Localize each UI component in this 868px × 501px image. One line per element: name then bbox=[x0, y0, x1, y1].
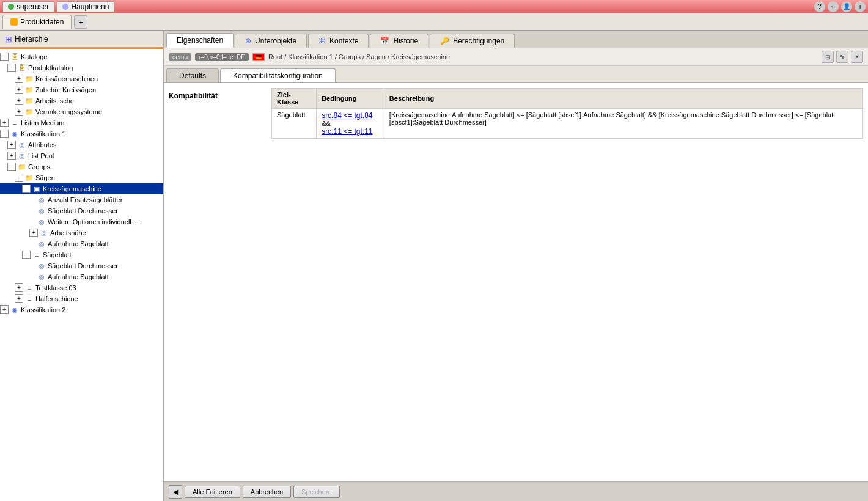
tree-item-attributes[interactable]: +◎Attributes bbox=[0, 139, 163, 150]
tree-item-listpool[interactable]: +◎List Pool bbox=[0, 150, 163, 161]
menu-label: Hauptmenü bbox=[71, 2, 109, 11]
cell-bedingung: src.84 <= tgt.84 &&src.11 <= tgt.11 bbox=[317, 109, 384, 139]
unterobjekte-icon: ⊕ bbox=[245, 37, 251, 45]
tree-item-testklasse03[interactable]: +≡Testklasse 03 bbox=[0, 282, 163, 293]
tree-toggle-klassifikation1[interactable]: - bbox=[0, 130, 9, 138]
speichern-button[interactable]: Speichern bbox=[293, 486, 340, 498]
tree-item-verankerung[interactable]: +📁Verankerungssysteme bbox=[0, 106, 163, 117]
sidebar-tree[interactable]: -🗄Kataloge-🗄Produktkatalog+📁Kreissägemas… bbox=[0, 49, 163, 501]
tree-item-weitere[interactable]: ◎Weitere Optionen individuell ... bbox=[0, 216, 163, 227]
tree-icon-sagen: 📁 bbox=[24, 173, 34, 183]
nav-tab-eigenschaften[interactable]: Eigenschaften bbox=[166, 33, 234, 48]
tree-item-arbeitstische[interactable]: +📁Arbeitstische bbox=[0, 95, 163, 106]
bottom-bar: ◀ Alle Editieren Abbrechen Speichern bbox=[164, 481, 868, 501]
tree-label-testklasse03: Testklasse 03 bbox=[35, 284, 76, 291]
tree-icon-listenmedium: ≡ bbox=[10, 118, 20, 128]
tree-toggle-sagen[interactable]: - bbox=[15, 174, 23, 182]
breadcrumb-path: Root / Klassifikation 1 / Groups / Sägen… bbox=[268, 53, 450, 60]
tree-icon-kreissagemaschine: ▣ bbox=[32, 184, 42, 194]
tree-icon-kataloge: 🗄 bbox=[10, 52, 20, 62]
sub-tab-defaults-label: Defaults bbox=[179, 71, 206, 80]
tree-label-listenmedium: Listen Medium bbox=[21, 119, 65, 126]
tree-item-kreissagemaschinen[interactable]: +📁Kreissägemaschinen bbox=[0, 73, 163, 84]
tree-item-listenmedium[interactable]: +≡Listen Medium bbox=[0, 117, 163, 128]
tree-toggle-verankerung[interactable]: + bbox=[15, 108, 23, 116]
tree-toggle-kataloge[interactable]: - bbox=[0, 53, 9, 61]
tree-icon-arbeitstische: 📁 bbox=[24, 96, 34, 106]
user-label: superuser bbox=[17, 2, 49, 11]
tree-toggle-kreissagemaschine[interactable]: - bbox=[22, 185, 31, 193]
tree-label-kreissagemaschinen: Kreissägemaschinen bbox=[35, 75, 98, 82]
tree-toggle-listpool[interactable]: + bbox=[7, 152, 16, 160]
tree-item-sageblatt[interactable]: -≡Sägeblatt bbox=[0, 249, 163, 260]
tree-toggle-testklasse03[interactable]: + bbox=[15, 283, 23, 292]
tree-toggle-sageblatt[interactable]: - bbox=[22, 250, 31, 259]
tree-item-arbeitshohe[interactable]: +◎Arbeitshöhe bbox=[0, 227, 163, 238]
tree-item-groups[interactable]: -📁Groups bbox=[0, 161, 163, 172]
nav-tab-unterobjekte[interactable]: ⊕ Unterobjekte bbox=[235, 34, 307, 48]
tree-toggle-arbeitstische[interactable]: + bbox=[15, 97, 23, 105]
tree-item-sb-dm[interactable]: ◎Sägeblatt Durchmesser bbox=[0, 260, 163, 271]
col-beschreibung: Beschreibung bbox=[384, 89, 862, 109]
tree-icon-sb-dm: ◎ bbox=[37, 261, 46, 271]
compat-table: Ziel-Klasse Bedingung Beschreibung Sägeb… bbox=[271, 88, 863, 139]
tree-toggle-groups[interactable]: - bbox=[7, 163, 16, 171]
kontexte-icon: ⌘ bbox=[318, 37, 326, 45]
help-icon[interactable]: ? bbox=[814, 1, 825, 12]
tree-item-produktkatalog[interactable]: -🗄Produktkatalog bbox=[0, 62, 163, 73]
tree-label-arbeitstische: Arbeitstische bbox=[35, 97, 74, 104]
tree-toggle-arbeitshohe[interactable]: + bbox=[29, 229, 38, 237]
menu-tab[interactable]: Hauptmenü bbox=[57, 1, 114, 12]
tree-item-sageblatt-dm[interactable]: ◎Sägeblatt Durchmesser bbox=[0, 205, 163, 216]
nav-prev-button[interactable]: ◀ bbox=[169, 485, 182, 499]
breadcrumb-demo: demo bbox=[169, 53, 191, 61]
alle-editieren-button[interactable]: Alle Editieren bbox=[185, 486, 240, 498]
cell-ziel-klasse: Sägeblatt bbox=[272, 109, 317, 139]
breadcrumb-action-1[interactable]: ⊟ bbox=[822, 51, 834, 63]
table-row: Sägeblattsrc.84 <= tgt.84 &&src.11 <= tg… bbox=[272, 109, 863, 139]
tree-item-kreissagemaschine[interactable]: -▣Kreissägemaschine bbox=[0, 183, 163, 194]
sub-tab-defaults[interactable]: Defaults bbox=[166, 68, 219, 82]
sidebar-header-icon: ⊞ bbox=[5, 34, 12, 44]
tree-toggle-kreissagemaschinen[interactable]: + bbox=[15, 75, 23, 83]
bedingung-link[interactable]: src.11 <= tgt.11 bbox=[322, 127, 372, 136]
abbrechen-button[interactable]: Abbrechen bbox=[243, 486, 291, 498]
nav-tab-kontexte-label: Kontexte bbox=[329, 37, 358, 45]
tree-label-aufnahme-sageblatt: Aufnahme Sägeblatt bbox=[48, 240, 109, 247]
nav-tab-berechtigungen[interactable]: 🔑 Berechtigungen bbox=[430, 34, 515, 48]
nav-tab-historie[interactable]: 📅 Historie bbox=[370, 34, 428, 48]
back-icon[interactable]: ← bbox=[828, 1, 839, 12]
tree-toggle-produktkatalog[interactable]: - bbox=[7, 64, 16, 72]
tree-item-sagen[interactable]: -📁Sägen bbox=[0, 172, 163, 183]
breadcrumb-action-2[interactable]: ✎ bbox=[836, 51, 848, 63]
tree-item-klassifikation2[interactable]: +◉Klassifikation 2 bbox=[0, 304, 163, 315]
nav-tabs: Eigenschaften ⊕ Unterobjekte ⌘ Kontexte … bbox=[164, 31, 868, 48]
nav-tab-kontexte[interactable]: ⌘ Kontexte bbox=[308, 34, 369, 48]
tab-produktdaten[interactable]: Produktdaten bbox=[2, 15, 72, 29]
tree-item-sb-auf[interactable]: ◎Aufnahme Sägeblatt bbox=[0, 271, 163, 282]
tree-toggle-attributes[interactable]: + bbox=[7, 141, 16, 149]
sub-tab-compat[interactable]: Kompatibilitätskonfiguration bbox=[220, 68, 336, 82]
flag-icon: 🇩🇪 bbox=[252, 53, 265, 61]
tree-toggle-klassifikation2[interactable]: + bbox=[0, 305, 9, 314]
tree-label-kreissagemaschine: Kreissägemaschine bbox=[43, 185, 101, 192]
table-area: Kompatibilität Ziel-Klasse Bedingung Bes… bbox=[164, 83, 868, 481]
tree-toggle-zubehor[interactable]: + bbox=[15, 86, 23, 94]
bedingung-link[interactable]: src.84 <= tgt.84 bbox=[322, 111, 372, 120]
tree-icon-listpool: ◎ bbox=[17, 151, 27, 161]
breadcrumb-action-3[interactable]: × bbox=[851, 51, 863, 63]
tree-item-halfenschiene[interactable]: +≡Halfenschiene bbox=[0, 293, 163, 304]
tree-toggle-listenmedium[interactable]: + bbox=[0, 119, 9, 127]
tab-bar: Produktdaten + bbox=[0, 13, 868, 31]
tree-item-anzahl[interactable]: ◎Anzahl Ersatzsägeblätter bbox=[0, 194, 163, 205]
tree-item-klassifikation1[interactable]: -◉Klassifikation 1 bbox=[0, 128, 163, 139]
user-icon[interactable]: 👤 bbox=[841, 1, 852, 12]
user-tab[interactable]: superuser bbox=[2, 1, 54, 12]
tab-add-button[interactable]: + bbox=[74, 15, 87, 29]
info-icon[interactable]: i bbox=[855, 1, 866, 12]
tree-toggle-halfenschiene[interactable]: + bbox=[15, 294, 23, 303]
tree-item-kataloge[interactable]: -🗄Kataloge bbox=[0, 51, 163, 62]
tree-label-halfenschiene: Halfenschiene bbox=[35, 295, 78, 302]
tree-item-zubehor[interactable]: +📁Zubehör Kreissägen bbox=[0, 84, 163, 95]
tree-item-aufnahme-sageblatt[interactable]: ◎Aufnahme Sägeblatt bbox=[0, 238, 163, 249]
